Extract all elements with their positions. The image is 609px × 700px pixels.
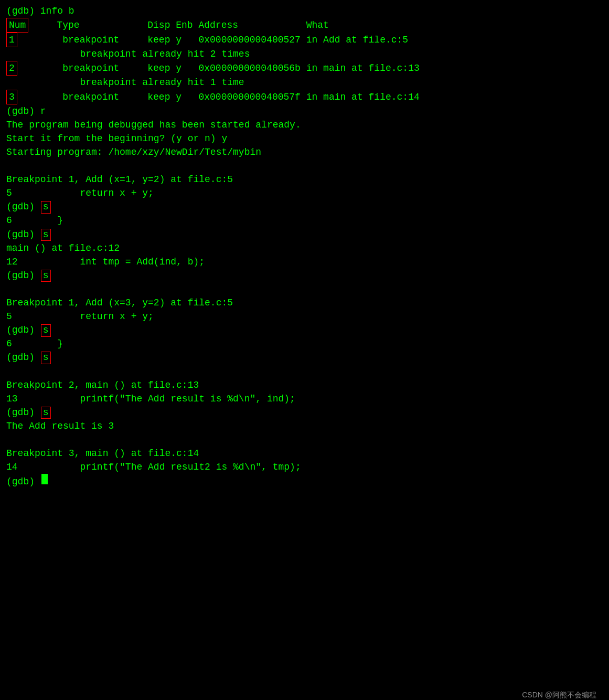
line-bp1-hit: breakpoint already hit 2 times [6, 47, 603, 61]
bp2-num-bordered: 2 [6, 61, 17, 76]
line-bp1: 1 breakpoint keep y 0x0000000000400527 i… [6, 33, 603, 47]
text-int-keyword: int [80, 255, 97, 269]
line-gdb-final: (gdb) [6, 474, 603, 489]
text-starting-program: Starting program: /home/xzy/NewDir/Test/… [6, 145, 261, 159]
terminal: (gdb) info b Num Type Disp Enb Address W… [6, 4, 603, 700]
text-code-5-1: 5 return x + y; [6, 186, 154, 200]
text-gdb-prompt-1: (gdb) [6, 200, 40, 214]
line-program-started: The program being debugged has been star… [6, 118, 603, 132]
num-header-bordered: Num [6, 18, 28, 33]
text-bp2-hit-info: Breakpoint 2, main () at file.c:13 [6, 378, 199, 392]
header-rest: Type Disp Enb Address What [28, 18, 329, 32]
text-start-beginning: Start it from the beginning? (y [6, 132, 188, 145]
text-program-started: The program being debugged has been star… [6, 118, 301, 132]
terminal-cursor [41, 474, 48, 484]
line-code-6-1: 6 } [6, 214, 603, 227]
line-bp3-hit-info: Breakpoint 3, main () at file.c:14 [6, 447, 603, 460]
line-gdb-s-2: (gdb) s [6, 228, 603, 241]
line-gdb-info-b: (gdb) info b [6, 4, 603, 18]
line-code-12: 12 int tmp = Add(ind, b); [6, 255, 603, 269]
bp2-hit-text: breakpoint already hit 1 time [6, 76, 244, 89]
bp1-text: breakpoint keep y 0x0000000000400527 in … [17, 33, 408, 47]
watermark-text: CSDN @阿熊不会编程 [522, 691, 596, 699]
text-n-y: n) y [199, 132, 227, 145]
bp2-text: breakpoint keep y 0x000000000040056b in … [17, 61, 420, 75]
text-code-6-1: 6 } [6, 214, 63, 227]
text-gdb-prompt-4: (gdb) [6, 323, 40, 337]
text-add-result: The Add result is 3 [6, 419, 114, 433]
text-gdb-r: (gdb) r [6, 104, 46, 118]
text-gdb-prompt-3: (gdb) [6, 269, 40, 282]
s-box-4: s [41, 324, 51, 337]
s-box-2: s [41, 229, 51, 241]
text-code-12: 12 [6, 255, 80, 269]
line-gdb-s-5: (gdb) s [6, 351, 603, 364]
line-bp2: 2 breakpoint keep y 0x000000000040056b i… [6, 61, 603, 76]
watermark: CSDN @阿熊不会编程 [522, 690, 596, 700]
blank-line-3 [6, 364, 603, 378]
text-bp1-hit-info: Breakpoint 1, Add (x=1, y=2) at file.c:5 [6, 173, 233, 186]
text-gdb-prompt-5: (gdb) [6, 351, 40, 364]
s-box-6: s [41, 407, 51, 419]
line-code-13: 13 printf("The Add result is %d\n", ind)… [6, 392, 603, 406]
line-code-5-1: 5 return x + y; [6, 186, 603, 200]
line-add-result: The Add result is 3 [6, 419, 603, 433]
line-gdb-s-3: (gdb) s [6, 269, 603, 282]
text-or: or [188, 132, 199, 145]
text-code-12b: tmp = Add(ind, b); [97, 255, 205, 269]
text-bp1-hit2-info: Breakpoint 1, Add (x=3, y=2) at file.c:5 [6, 296, 233, 310]
text-code-6-2: 6 } [6, 337, 63, 351]
s-box-1: s [41, 201, 51, 214]
line-code-6-2: 6 } [6, 337, 603, 351]
line-bp2-hit-info: Breakpoint 2, main () at file.c:13 [6, 378, 603, 392]
line-bp2-hit: breakpoint already hit 1 time [6, 76, 603, 89]
bp3-text: breakpoint keep y 0x000000000040057f in … [17, 90, 420, 104]
bp1-num-bordered: 1 [6, 33, 17, 47]
line-gdb-s-1: (gdb) s [6, 200, 603, 214]
line-main-12: main () at file.c:12 [6, 241, 603, 255]
line-bp1-hit-info: Breakpoint 1, Add (x=1, y=2) at file.c:5 [6, 173, 603, 186]
text-code-5-2: 5 return x + y; [6, 310, 154, 323]
line-bp3: 3 breakpoint keep y 0x000000000040057f i… [6, 90, 603, 104]
bp1-hit-text: breakpoint already hit 2 times [6, 47, 250, 61]
s-box-5: s [41, 352, 51, 364]
blank-line-1 [6, 159, 603, 173]
line-header: Num Type Disp Enb Address What [6, 18, 603, 33]
line-start-beginning: Start it from the beginning? (y or n) y [6, 132, 603, 145]
bp3-num-bordered: 3 [6, 90, 17, 104]
line-gdb-s-4: (gdb) s [6, 323, 603, 337]
text-code-13: 13 printf("The Add result is %d\n", ind)… [6, 392, 295, 406]
text-code-14: 14 printf("The Add result2 is %d\n", tmp… [6, 460, 301, 474]
line-code-5-2: 5 return x + y; [6, 310, 603, 323]
s-box-3: s [41, 270, 51, 282]
text-gdb-prompt-2: (gdb) [6, 228, 40, 241]
blank-line-2 [6, 282, 603, 296]
line-code-14: 14 printf("The Add result2 is %d\n", tmp… [6, 460, 603, 474]
line-starting-program: Starting program: /home/xzy/NewDir/Test/… [6, 145, 603, 159]
text-main-12: main () at file.c:12 [6, 241, 120, 255]
line-gdb-s-6: (gdb) s [6, 406, 603, 419]
line-bp1-hit2-info: Breakpoint 1, Add (x=3, y=2) at file.c:5 [6, 296, 603, 310]
line-gdb-r: (gdb) r [6, 104, 603, 118]
text-bp3-hit-info: Breakpoint 3, main () at file.c:14 [6, 447, 199, 460]
text-gdb-final-prompt: (gdb) [6, 475, 40, 489]
text-gdb-prompt-6: (gdb) [6, 406, 40, 419]
text-gdb-info-b: (gdb) info b [6, 4, 74, 18]
blank-line-4 [6, 433, 603, 447]
